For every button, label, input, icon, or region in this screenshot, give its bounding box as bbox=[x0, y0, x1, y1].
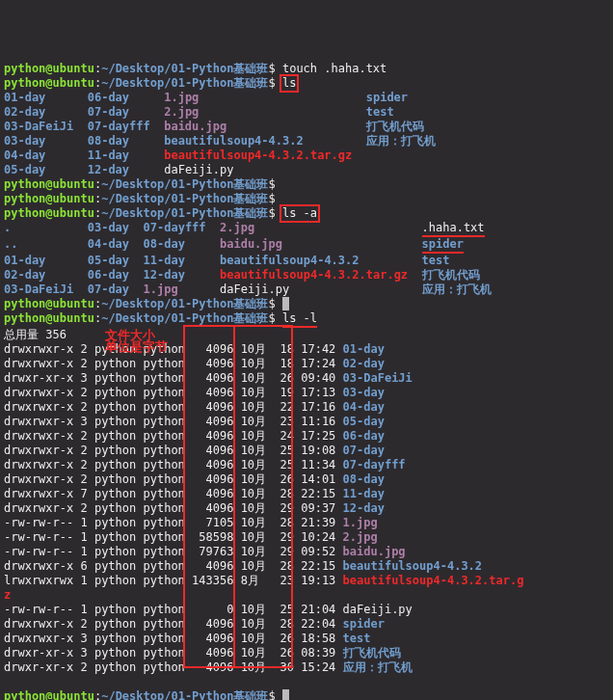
haha-txt-highlighted: .haha.txt bbox=[422, 221, 485, 237]
wrapped-line: z bbox=[4, 588, 609, 603]
list-row: drwxrwxr-x 2 python python 4096 10月 25 1… bbox=[4, 444, 609, 458]
list-row: drwxr-xr-x 3 python python 4096 10月 26 0… bbox=[4, 371, 609, 386]
cmd-ls-a-highlighted: ls -a bbox=[280, 204, 320, 223]
annotation-unit-bytes: 单位是字节 bbox=[105, 339, 168, 354]
list-row: lrwxrwxrwx 1 python python 143356 8月 23 … bbox=[4, 574, 609, 588]
list-row: drwxrwxr-x 3 python python 4096 10月 23 1… bbox=[4, 415, 609, 429]
terminal-output: python@ubuntu:~/Desktop/01-Python基础班$ to… bbox=[4, 62, 609, 700]
prompt-path: ~/Desktop/01-Python基础班 bbox=[101, 62, 268, 75]
terminal-screenshot: { "prompt": { "user": "python", "host": … bbox=[0, 0, 613, 700]
cmd-touch: touch .haha.txt bbox=[282, 62, 386, 75]
ls-l-listing: 单位是字节drwxrwxr-x 2 python python 4096 10月… bbox=[4, 342, 609, 675]
cursor-icon bbox=[282, 297, 289, 310]
list-row: drwxrwxr-x 2 python python 4096 10月 18 1… bbox=[4, 357, 609, 371]
list-row: drwxrwxr-x 2 python python 4096 10月 22 1… bbox=[4, 400, 609, 415]
list-row: drwxrwxr-x 2 python python 4096 10月 19 1… bbox=[4, 386, 609, 400]
list-row: drwxrwxr-x 2 python python 4096 10月 28 2… bbox=[4, 617, 609, 632]
list-row: drwxrwxr-x 2 python python 4096 10月 25 1… bbox=[4, 458, 609, 472]
cmd-ls-l-highlighted: ls -l bbox=[282, 311, 317, 328]
list-row: drwxrwxr-x 2 python python 4096 10月 26 1… bbox=[4, 472, 609, 487]
list-row: -rw-rw-r-- 1 python python 58598 10月 29 … bbox=[4, 530, 609, 545]
list-row: drwxrwxr-x 6 python python 4096 10月 28 2… bbox=[4, 559, 609, 574]
list-row: -rw-rw-r-- 1 python python 0 10月 25 21:0… bbox=[4, 603, 609, 617]
list-row: drwxrwxr-x 2 python python 4096 10月 29 0… bbox=[4, 501, 609, 516]
list-row: drwxrwxr-x 3 python python 4096 10月 26 1… bbox=[4, 632, 609, 646]
cmd-ls-highlighted: ls bbox=[280, 74, 299, 93]
list-row: -rw-rw-r-- 1 python python 7105 10月 28 2… bbox=[4, 516, 609, 530]
list-row: drwxrwxr-x 7 python python 4096 10月 28 2… bbox=[4, 487, 609, 501]
list-row: drwxr-xr-x 2 python python 4096 10月 30 1… bbox=[4, 660, 609, 675]
list-row: drwxr-xr-x 3 python python 4096 10月 26 0… bbox=[4, 646, 609, 660]
prompt-user: python@ubuntu bbox=[4, 62, 94, 75]
list-row: drwxrwxr-x 2 python python 4096 10月 24 1… bbox=[4, 429, 609, 444]
list-row: drwxrwxr-x 2 python python 4096 10月 18 1… bbox=[4, 342, 609, 357]
total-line: 总用量 356 bbox=[4, 328, 67, 341]
list-row: -rw-rw-r-- 1 python python 79763 10月 29 … bbox=[4, 545, 609, 559]
